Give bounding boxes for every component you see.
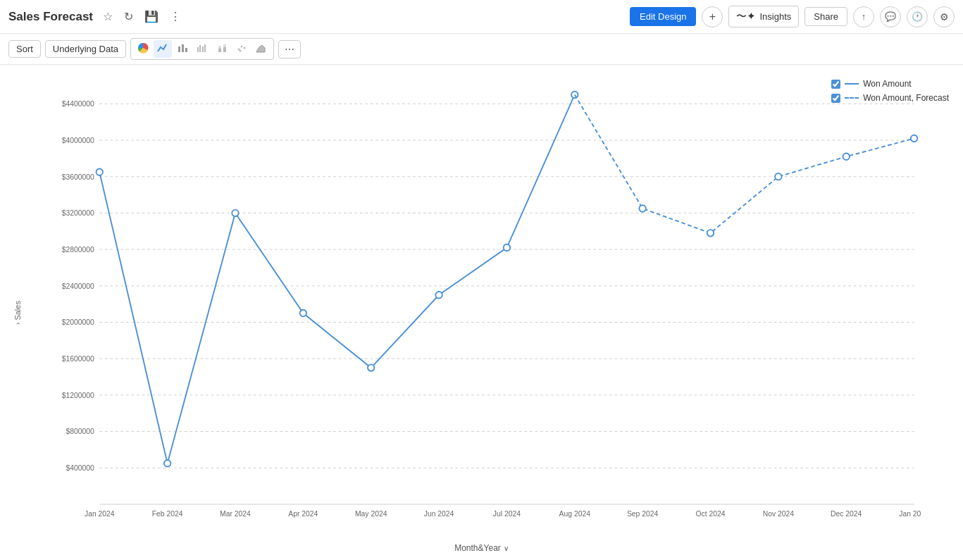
grouped-bar-button[interactable] bbox=[193, 40, 211, 58]
chart-container: Won Amount Won Amount, Forecast › Sales … bbox=[0, 65, 963, 560]
svg-rect-5 bbox=[199, 45, 201, 52]
svg-text:May 2024: May 2024 bbox=[355, 510, 387, 518]
svg-text:Feb 2024: Feb 2024 bbox=[152, 510, 183, 518]
svg-text:$3600000: $3600000 bbox=[62, 173, 94, 181]
svg-text:$1600000: $1600000 bbox=[62, 355, 94, 363]
svg-text:Jan 2025: Jan 2025 bbox=[899, 510, 921, 518]
svg-rect-4 bbox=[197, 47, 199, 52]
svg-point-14 bbox=[244, 47, 246, 49]
area-chart-button[interactable] bbox=[252, 40, 271, 58]
sort-button[interactable]: Sort bbox=[8, 40, 41, 58]
svg-text:Jul 2024: Jul 2024 bbox=[493, 510, 521, 518]
refresh-button[interactable]: ↻ bbox=[121, 8, 136, 25]
svg-text:$4400000: $4400000 bbox=[62, 100, 94, 108]
line-chart-button[interactable] bbox=[154, 40, 172, 58]
svg-point-61 bbox=[707, 230, 714, 237]
legend: Won Amount Won Amount, Forecast bbox=[831, 79, 949, 103]
y-axis-label: › Sales bbox=[13, 301, 22, 325]
header: Sales Forecast ☆ ↻ 💾 ⋮ Edit Design + 〜✦ … bbox=[0, 0, 963, 34]
svg-point-57 bbox=[435, 292, 442, 299]
svg-rect-10 bbox=[223, 47, 226, 52]
settings-button[interactable]: ⚙ bbox=[933, 6, 955, 27]
legend-line-dashed bbox=[845, 97, 859, 99]
svg-text:Nov 2024: Nov 2024 bbox=[763, 510, 795, 518]
header-icon-group: ☆ ↻ 💾 ⋮ bbox=[100, 8, 184, 25]
svg-point-52 bbox=[97, 169, 103, 176]
header-right: Edit Design + 〜✦ Insights Share ↑ 💬 🕐 ⚙ bbox=[630, 6, 955, 27]
page-title: Sales Forecast bbox=[8, 10, 93, 24]
svg-text:Dec 2024: Dec 2024 bbox=[831, 510, 862, 518]
legend-item-forecast: Won Amount, Forecast bbox=[831, 93, 949, 103]
toolbar: Sort Underlying Data ⋯ bbox=[0, 34, 963, 65]
svg-text:$4000000: $4000000 bbox=[62, 137, 94, 144]
svg-text:Mar 2024: Mar 2024 bbox=[220, 510, 251, 518]
svg-rect-1 bbox=[178, 46, 180, 52]
svg-rect-3 bbox=[185, 48, 187, 52]
more-chart-options-button[interactable]: ⋯ bbox=[278, 40, 301, 58]
pie-chart-button[interactable] bbox=[134, 40, 152, 58]
svg-point-62 bbox=[775, 173, 781, 180]
svg-rect-7 bbox=[204, 44, 206, 52]
svg-text:Sep 2024: Sep 2024 bbox=[627, 510, 659, 518]
svg-point-56 bbox=[368, 364, 374, 371]
add-button[interactable]: + bbox=[702, 6, 723, 27]
chart-type-group bbox=[130, 38, 274, 60]
insights-label: Insights bbox=[759, 11, 791, 22]
legend-checkbox-forecast[interactable] bbox=[831, 94, 840, 103]
svg-text:Oct 2024: Oct 2024 bbox=[695, 510, 725, 518]
svg-text:$1200000: $1200000 bbox=[62, 392, 94, 399]
svg-point-55 bbox=[300, 310, 306, 317]
edit-design-button[interactable]: Edit Design bbox=[630, 7, 696, 26]
svg-text:Jun 2024: Jun 2024 bbox=[424, 510, 454, 518]
legend-item-won-amount: Won Amount bbox=[831, 79, 949, 89]
svg-point-58 bbox=[504, 244, 510, 251]
stacked-bar-button[interactable] bbox=[213, 40, 231, 58]
svg-point-53 bbox=[164, 460, 170, 467]
svg-rect-6 bbox=[202, 46, 204, 52]
chart-svg: $400000$800000$1200000$1600000$2000000$2… bbox=[56, 79, 921, 518]
legend-label-won-amount: Won Amount bbox=[863, 79, 911, 89]
svg-point-60 bbox=[639, 205, 645, 212]
bar-chart-button[interactable] bbox=[173, 40, 192, 58]
share-button[interactable]: Share bbox=[804, 7, 847, 26]
export-button[interactable]: ↑ bbox=[853, 6, 874, 27]
scatter-button[interactable] bbox=[232, 40, 251, 58]
insights-icon: 〜✦ bbox=[736, 10, 756, 23]
x-axis-label: Month&Year ∨ bbox=[454, 543, 509, 553]
svg-text:Jan 2024: Jan 2024 bbox=[85, 510, 115, 518]
svg-rect-8 bbox=[218, 49, 221, 52]
svg-text:$2800000: $2800000 bbox=[62, 246, 94, 254]
svg-point-54 bbox=[232, 210, 238, 217]
legend-checkbox-won-amount[interactable] bbox=[831, 80, 840, 89]
svg-point-64 bbox=[911, 135, 917, 142]
legend-line-solid bbox=[845, 83, 859, 85]
underlying-data-button[interactable]: Underlying Data bbox=[45, 40, 126, 58]
more-options-button[interactable]: ⋮ bbox=[167, 8, 184, 25]
svg-point-63 bbox=[843, 154, 850, 161]
svg-text:$3200000: $3200000 bbox=[62, 209, 94, 217]
svg-rect-11 bbox=[223, 44, 226, 47]
svg-point-15 bbox=[240, 50, 242, 52]
svg-rect-2 bbox=[182, 44, 184, 52]
svg-text:$2000000: $2000000 bbox=[62, 318, 94, 326]
favorite-button[interactable]: ☆ bbox=[100, 8, 116, 25]
svg-text:$800000: $800000 bbox=[66, 428, 94, 435]
alert-button[interactable]: 🕐 bbox=[907, 6, 928, 27]
svg-point-13 bbox=[241, 46, 243, 48]
svg-rect-9 bbox=[218, 46, 221, 49]
save-button[interactable]: 💾 bbox=[142, 8, 161, 25]
insights-button[interactable]: 〜✦ Insights bbox=[728, 6, 799, 27]
x-axis-chevron-icon: ∨ bbox=[504, 545, 509, 552]
svg-text:$400000: $400000 bbox=[66, 464, 94, 472]
svg-text:$2400000: $2400000 bbox=[62, 282, 94, 290]
svg-text:Aug 2024: Aug 2024 bbox=[559, 510, 591, 518]
svg-text:Apr 2024: Apr 2024 bbox=[288, 510, 318, 518]
legend-label-forecast: Won Amount, Forecast bbox=[863, 93, 949, 103]
comment-button[interactable]: 💬 bbox=[880, 6, 901, 27]
